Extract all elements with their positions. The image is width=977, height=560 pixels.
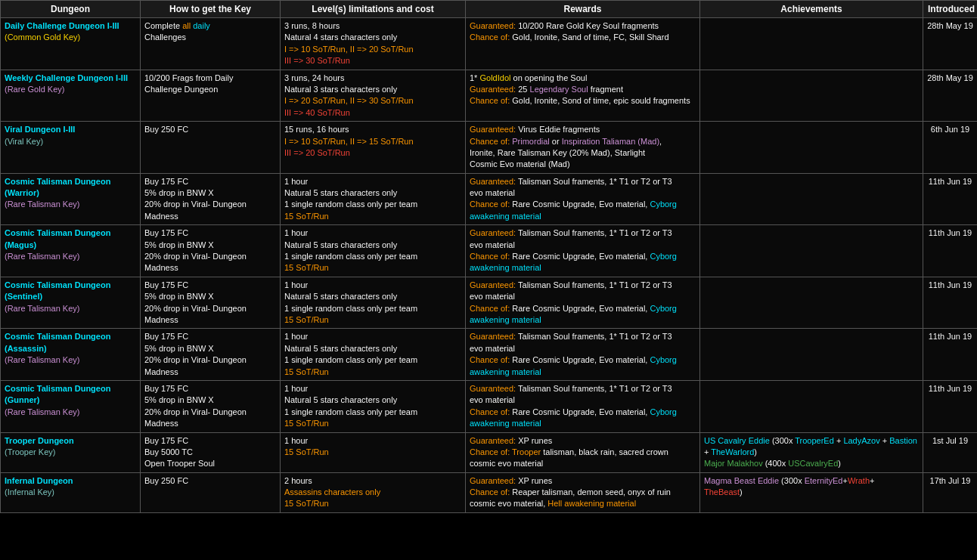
- dungeon-cell: Cosmic Talisman Dungeon (Gunner)(Rare Ta…: [1, 380, 141, 432]
- dungeon-name: Cosmic Talisman Dungeon (Warrior): [5, 177, 110, 197]
- achievements-cell: [700, 70, 923, 122]
- rewards-cell: Guaranteed: 10/200 Rare Gold Key Soul fr…: [466, 18, 700, 70]
- how-to-get-cell: Buy 175 FCBuy 5000 TCOpen Trooper Soul: [141, 432, 281, 472]
- introduced-cell: 28th May 19: [923, 18, 978, 70]
- dungeon-cell: Cosmic Talisman Dungeon (Magus)(Rare Tal…: [1, 225, 141, 277]
- header-dungeon: Dungeon: [1, 1, 141, 18]
- key-name: (Common Gold Key): [5, 32, 136, 43]
- dungeon-name: Cosmic Talisman Dungeon (Gunner): [5, 384, 110, 404]
- how-to-get-cell: Buy 175 FC5% drop in BNW X20% drop in Vi…: [141, 380, 281, 432]
- dungeon-name: Cosmic Talisman Dungeon (Assassin): [5, 332, 110, 352]
- level-cell: 15 runs, 16 hoursI => 10 SoT/Run, II => …: [281, 122, 466, 174]
- level-cell: 1 hourNatural 5 stars characters only1 s…: [281, 380, 466, 432]
- rewards-cell: Guaranteed: XP runesChance of: Reaper ta…: [466, 472, 700, 512]
- table-row: Viral Dungeon I-III(Viral Key)Buy 250 FC…: [1, 122, 978, 174]
- rewards-cell: Guaranteed: Talisman Soul framents, 1* T…: [466, 173, 700, 225]
- dungeon-cell: Viral Dungeon I-III(Viral Key): [1, 122, 141, 174]
- introduced-cell: 6th Jun 19: [923, 122, 978, 174]
- level-cell: 2 hoursAssassins characters only15 SoT/R…: [281, 472, 466, 512]
- table-row: Cosmic Talisman Dungeon (Sentinel)(Rare …: [1, 277, 978, 329]
- introduced-cell: 1st Jul 19: [923, 432, 978, 472]
- rewards-cell: 1* GoldIdol on opening the SoulGuarantee…: [466, 70, 700, 122]
- table-row: Cosmic Talisman Dungeon (Assassin)(Rare …: [1, 329, 978, 381]
- dungeon-table: Dungeon How to get the Key Level(s) limi…: [0, 0, 977, 513]
- how-to-get-cell: Buy 175 FC5% drop in BNW X20% drop in Vi…: [141, 277, 281, 329]
- level-cell: 1 hourNatural 5 stars characters only1 s…: [281, 329, 466, 381]
- achievements-cell: [700, 173, 923, 225]
- achievements-cell: [700, 329, 923, 381]
- level-cell: 1 hourNatural 5 stars characters only1 s…: [281, 225, 466, 277]
- level-cell: 1 hourNatural 5 stars characters only1 s…: [281, 277, 466, 329]
- table-row: Daily Challenge Dungeon I-III(Common Gol…: [1, 18, 978, 70]
- header-achievements: Achievements: [700, 1, 923, 18]
- dungeon-cell: Cosmic Talisman Dungeon (Warrior)(Rare T…: [1, 173, 141, 225]
- dungeon-name: Viral Dungeon I-III: [5, 125, 75, 134]
- introduced-cell: 28th May 19: [923, 70, 978, 122]
- dungeon-name: Weekly Challenge Dungeon I-III: [5, 73, 128, 82]
- key-name: (Rare Talisman Key): [5, 354, 136, 366]
- achievements-cell: [700, 225, 923, 277]
- header-key: How to get the Key: [141, 1, 281, 18]
- how-to-get-cell: Buy 175 FC5% drop in BNW X20% drop in Vi…: [141, 225, 281, 277]
- how-to-get-cell: 10/200 Frags from DailyChallenge Dungeon: [141, 70, 281, 122]
- achievements-cell: [700, 380, 923, 432]
- dungeon-cell: Weekly Challenge Dungeon I-III(Rare Gold…: [1, 70, 141, 122]
- table-row: Cosmic Talisman Dungeon (Magus)(Rare Tal…: [1, 225, 978, 277]
- table-row: Infernal Dungeon(Infernal Key)Buy 250 FC…: [1, 472, 978, 512]
- how-to-get-cell: Complete all dailyChallenges: [141, 18, 281, 70]
- introduced-cell: 11th Jun 19: [923, 173, 978, 225]
- table-row: Weekly Challenge Dungeon I-III(Rare Gold…: [1, 70, 978, 122]
- key-name: (Viral Key): [5, 136, 136, 147]
- achievements-cell: [700, 18, 923, 70]
- dungeon-name: Cosmic Talisman Dungeon (Magus): [5, 228, 110, 249]
- level-cell: 1 hour15 SoT/Run: [281, 432, 466, 472]
- introduced-cell: 11th Jun 19: [923, 225, 978, 277]
- rewards-cell: Guaranteed: Talisman Soul framents, 1* T…: [466, 225, 700, 277]
- header-level: Level(s) limitations and cost: [281, 1, 466, 18]
- how-to-get-cell: Buy 175 FC5% drop in BNW X20% drop in Vi…: [141, 329, 281, 381]
- rewards-cell: Guaranteed: Talisman Soul framents, 1* T…: [466, 329, 700, 381]
- dungeon-name: Infernal Dungeon: [5, 476, 73, 485]
- dungeon-name: Daily Challenge Dungeon I-III: [5, 21, 119, 30]
- how-to-get-cell: Buy 175 FC5% drop in BNW X20% drop in Vi…: [141, 173, 281, 225]
- dungeon-name: Trooper Dungeon: [5, 436, 74, 445]
- dungeon-cell: Infernal Dungeon(Infernal Key): [1, 472, 141, 512]
- introduced-cell: 11th Jun 19: [923, 380, 978, 432]
- achievements-cell: Magma Beast Eddie (300x EternityEd+Wrath…: [700, 472, 923, 512]
- table-row: Cosmic Talisman Dungeon (Gunner)(Rare Ta…: [1, 380, 978, 432]
- dungeon-name: Cosmic Talisman Dungeon (Sentinel): [5, 280, 110, 301]
- key-name: (Rare Talisman Key): [5, 199, 136, 210]
- key-name: (Rare Gold Key): [5, 84, 136, 95]
- introduced-cell: 11th Jun 19: [923, 277, 978, 329]
- level-cell: 3 runs, 8 hoursNatural 4 stars character…: [281, 18, 466, 70]
- achievements-cell: US Cavalry Eddie (300x TrooperEd + LadyA…: [700, 432, 923, 472]
- rewards-cell: Guaranteed: Virus Eddie fragmentsChance …: [466, 122, 700, 174]
- introduced-cell: 17th Jul 19: [923, 472, 978, 512]
- rewards-cell: Guaranteed: Talisman Soul framents, 1* T…: [466, 380, 700, 432]
- key-name: (Rare Talisman Key): [5, 251, 136, 262]
- rewards-cell: Guaranteed: XP runesChance of: Trooper t…: [466, 432, 700, 472]
- dungeon-cell: Cosmic Talisman Dungeon (Sentinel)(Rare …: [1, 277, 141, 329]
- header-introduced: Introduced: [923, 1, 978, 18]
- dungeon-cell: Trooper Dungeon(Trooper Key): [1, 432, 141, 472]
- rewards-cell: Guaranteed: Talisman Soul framents, 1* T…: [466, 277, 700, 329]
- how-to-get-cell: Buy 250 FC: [141, 472, 281, 512]
- dungeon-cell: Cosmic Talisman Dungeon (Assassin)(Rare …: [1, 329, 141, 381]
- how-to-get-cell: Buy 250 FC: [141, 122, 281, 174]
- key-name: (Rare Talisman Key): [5, 303, 136, 314]
- table-row: Trooper Dungeon(Trooper Key)Buy 175 FCBu…: [1, 432, 978, 472]
- key-name: (Trooper Key): [5, 447, 136, 458]
- level-cell: 1 hourNatural 5 stars characters only1 s…: [281, 173, 466, 225]
- header-rewards: Rewards: [466, 1, 700, 18]
- dungeon-cell: Daily Challenge Dungeon I-III(Common Gol…: [1, 18, 141, 70]
- achievements-cell: [700, 122, 923, 174]
- table-row: Cosmic Talisman Dungeon (Warrior)(Rare T…: [1, 173, 978, 225]
- achievements-cell: [700, 277, 923, 329]
- introduced-cell: 11th Jun 19: [923, 329, 978, 381]
- level-cell: 3 runs, 24 hoursNatural 3 stars characte…: [281, 70, 466, 122]
- key-name: (Infernal Key): [5, 487, 136, 498]
- key-name: (Rare Talisman Key): [5, 407, 136, 418]
